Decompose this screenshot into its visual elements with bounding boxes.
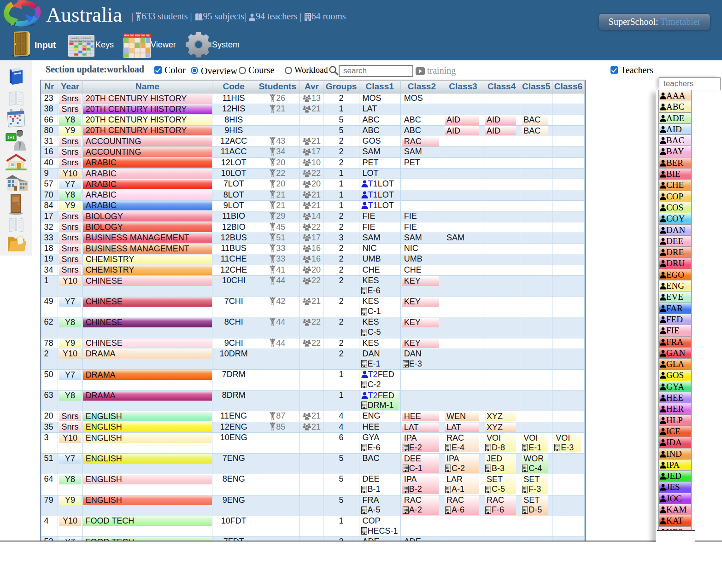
svg-text:weekly schedule: weekly schedule [71, 36, 91, 40]
svg-text:MON: MON [124, 35, 129, 37]
svg-text:WED: WED [135, 35, 140, 37]
svg-text:FRI: FRI [146, 35, 149, 37]
svg-text:TUE: TUE [130, 35, 134, 37]
svg-text:Thu: Thu [83, 40, 86, 42]
svg-text:Mon: Mon [70, 40, 74, 42]
svg-text:Tue: Tue [75, 40, 78, 42]
svg-text:THU: THU [141, 35, 145, 37]
svg-text:1+1: 1+1 [7, 135, 14, 140]
svg-text:Sat: Sat [91, 40, 94, 42]
svg-text:Wed: Wed [78, 40, 82, 42]
svg-text:Fri: Fri [88, 40, 90, 42]
